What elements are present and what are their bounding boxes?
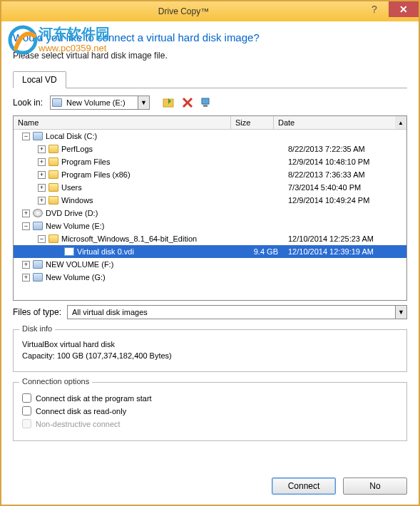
disk-icon xyxy=(33,273,43,282)
titlebar: Drive Copy™ ? ✕ xyxy=(1,1,419,21)
help-button[interactable]: ? xyxy=(360,1,389,17)
tree-row[interactable]: +Program Files (x86)8/22/2013 7:36:33 AM xyxy=(14,168,406,181)
filetype-value: All virtual disk images xyxy=(72,308,148,316)
col-date[interactable]: Date xyxy=(274,116,395,129)
opt-nondestructive: Non-destructive connect xyxy=(22,419,398,428)
expander-icon[interactable]: + xyxy=(22,210,30,217)
tree-row[interactable]: +NEW VOLUME (F:) xyxy=(14,258,406,271)
tree-row[interactable]: −Microsoft_Windows_8.1_64-bit_Edition12/… xyxy=(14,232,406,245)
close-button[interactable]: ✕ xyxy=(389,1,419,17)
disk-icon xyxy=(33,132,43,140)
connect-button[interactable]: Connect xyxy=(272,477,336,495)
opt1-label: Connect disk at the program start xyxy=(36,394,152,403)
tree-item-date: 7/3/2014 5:40:40 PM xyxy=(285,183,406,192)
svg-rect-3 xyxy=(203,105,208,107)
folder-icon xyxy=(48,183,58,192)
refresh-icon[interactable] xyxy=(163,97,175,108)
content-area: Would you like to connect a virtual hard… xyxy=(1,21,419,441)
lookin-label: Look in: xyxy=(13,98,43,108)
tree-item-label: Local Disk (C:) xyxy=(46,132,97,140)
no-button[interactable]: No xyxy=(343,477,407,495)
tree-row[interactable]: +New Volume (G:) xyxy=(14,271,406,284)
page-subtext: Please select virtual hard disk image fi… xyxy=(13,51,407,61)
tree-item-label: Program Files (x86) xyxy=(61,170,130,179)
scroll-up-icon[interactable]: ▲ xyxy=(395,116,406,129)
lookin-value: New Volume (E:) xyxy=(65,98,138,107)
disk-icon xyxy=(33,222,43,230)
tree-item-label: New Volume (G:) xyxy=(46,273,106,282)
delete-icon[interactable] xyxy=(181,97,194,108)
tree-item-label: Program Files xyxy=(61,158,110,166)
tree-row[interactable]: +Windows12/9/2014 10:49:24 PM xyxy=(14,194,406,207)
tree-row[interactable]: −New Volume (E:) xyxy=(14,220,406,232)
page-heading: Would you like to connect a virtual hard… xyxy=(13,31,407,43)
tree-item-label: PerfLogs xyxy=(61,145,93,153)
tree-item-label: Windows xyxy=(61,196,93,205)
disk-info-line1: VirtualBox virtual hard disk xyxy=(22,340,398,348)
expander-icon[interactable]: + xyxy=(38,171,46,179)
filetype-label: Files of type: xyxy=(13,307,61,317)
col-size[interactable]: Size xyxy=(231,116,274,129)
expander-icon[interactable]: + xyxy=(22,261,30,269)
folder-icon xyxy=(48,145,58,153)
disk-info-title: Disk info xyxy=(19,324,55,333)
expander-icon[interactable]: + xyxy=(38,145,46,153)
disk-info-line2: Capacity: 100 GB (107,374,182,400 Bytes) xyxy=(22,351,398,360)
tree-item-label: Virtual disk 0.vdi xyxy=(77,247,134,256)
tab-local-vd[interactable]: Local VD xyxy=(13,71,66,88)
tree-row[interactable]: +DVD Drive (D:) xyxy=(14,207,406,220)
map-drive-icon[interactable] xyxy=(200,97,212,108)
expander-icon[interactable]: − xyxy=(22,222,30,230)
tree-item-label: DVD Drive (D:) xyxy=(46,209,98,217)
tree-row[interactable]: +PerfLogs8/22/2013 7:22:35 AM xyxy=(14,143,406,155)
tree-item-label: Users xyxy=(61,183,82,192)
expander-icon[interactable]: − xyxy=(22,133,30,140)
list-body[interactable]: −Local Disk (C:)+PerfLogs8/22/2013 7:22:… xyxy=(14,130,406,300)
lookin-row: Look in: New Volume (E:) ▼ xyxy=(13,95,407,110)
tree-item-date: 12/9/2014 10:48:10 PM xyxy=(285,158,406,166)
tree-item-label: NEW VOLUME (F:) xyxy=(46,260,113,269)
folder-icon xyxy=(48,196,58,205)
toolbar-icons xyxy=(163,97,212,108)
checkbox-connect-start[interactable] xyxy=(22,393,31,403)
titlebar-buttons: ? ✕ xyxy=(360,1,419,21)
expander-icon[interactable]: + xyxy=(22,274,30,282)
tree-item-label: Microsoft_Windows_8.1_64-bit_Edition xyxy=(61,234,197,243)
window-title: Drive Copy™ xyxy=(7,6,360,16)
tab-row: Local VD xyxy=(13,71,407,88)
folder-icon xyxy=(48,234,58,243)
opt-readonly[interactable]: Connect disk as read-only xyxy=(22,406,398,415)
list-header: Name Size Date ▲ xyxy=(14,116,406,130)
file-icon xyxy=(64,247,74,256)
tree-item-date: 12/10/2014 12:39:19 AM xyxy=(285,247,406,256)
disk-icon xyxy=(33,260,43,269)
connection-options-group: Connection options Connect disk at the p… xyxy=(13,382,407,441)
file-browser: Name Size Date ▲ −Local Disk (C:)+PerfLo… xyxy=(13,115,407,301)
col-name[interactable]: Name xyxy=(14,116,231,129)
svg-rect-2 xyxy=(202,98,209,104)
expander-icon[interactable]: − xyxy=(38,235,46,243)
tree-row[interactable]: +Program Files12/9/2014 10:48:10 PM xyxy=(14,155,406,168)
checkbox-nondestructive xyxy=(22,419,31,428)
lookin-combo[interactable]: New Volume (E:) ▼ xyxy=(50,95,150,110)
tree-row[interactable]: −Local Disk (C:) xyxy=(14,130,406,143)
checkbox-readonly[interactable] xyxy=(22,406,31,415)
opt3-label: Non-destructive connect xyxy=(36,420,121,428)
tree-item-size: 9.4 GB xyxy=(242,247,285,256)
folder-icon xyxy=(48,170,58,179)
expander-icon[interactable]: + xyxy=(38,158,46,166)
opt-connect-start[interactable]: Connect disk at the program start xyxy=(22,393,398,403)
connection-options-title: Connection options xyxy=(19,377,92,386)
tree-row[interactable]: Virtual disk 0.vdi9.4 GB12/10/2014 12:39… xyxy=(14,245,406,258)
expander-icon[interactable]: + xyxy=(38,197,46,205)
tree-row[interactable]: +Users7/3/2014 5:40:40 PM xyxy=(14,181,406,194)
tree-item-date: 12/9/2014 10:49:24 PM xyxy=(285,196,406,205)
chevron-down-icon[interactable]: ▼ xyxy=(138,96,149,109)
filetype-combo[interactable]: All virtual disk images ▼ xyxy=(67,305,407,319)
disk-icon xyxy=(52,98,62,107)
expander-icon[interactable]: + xyxy=(38,184,46,192)
tree-item-date: 8/22/2013 7:36:33 AM xyxy=(285,170,406,179)
dvd-icon xyxy=(33,209,43,217)
dialog-window: Drive Copy™ ? ✕ 河东软件园 www.pc0359.net Wou… xyxy=(0,0,420,506)
chevron-down-icon[interactable]: ▼ xyxy=(395,306,406,319)
